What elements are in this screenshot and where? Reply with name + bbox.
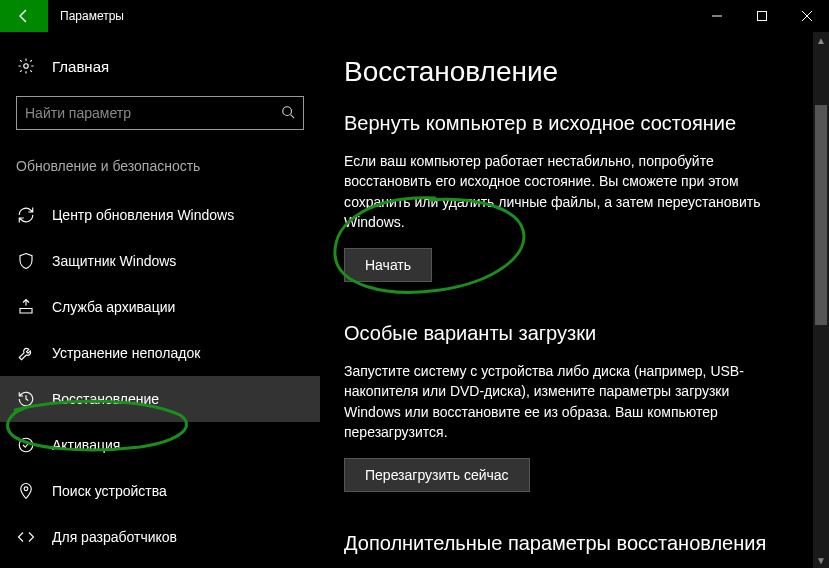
- sidebar-item-backup[interactable]: Служба архивации: [0, 284, 320, 330]
- section-title: Дополнительные параметры восстановления: [344, 532, 789, 555]
- search-input[interactable]: [25, 105, 281, 121]
- start-reset-button[interactable]: Начать: [344, 248, 432, 282]
- svg-point-6: [24, 487, 28, 491]
- backup-icon: [16, 297, 36, 317]
- shield-icon: [16, 251, 36, 271]
- back-button[interactable]: [0, 0, 48, 32]
- location-icon: [16, 481, 36, 501]
- sidebar-item-label: Для разработчиков: [52, 529, 177, 545]
- sidebar-item-label: Защитник Windows: [52, 253, 176, 269]
- home-button[interactable]: Главная: [16, 48, 320, 96]
- home-label: Главная: [52, 58, 109, 75]
- search-icon: [281, 105, 295, 122]
- scrollbar[interactable]: ▲ ▼: [813, 32, 829, 568]
- section-desc: Если ваш компьютер работает нестабильно,…: [344, 151, 784, 232]
- svg-rect-1: [757, 12, 766, 21]
- sync-icon: [16, 205, 36, 225]
- sidebar-item-label: Центр обновления Windows: [52, 207, 234, 223]
- sidebar-item-label: Активация: [52, 437, 120, 453]
- section-title: Особые варианты загрузки: [344, 322, 789, 345]
- sidebar-item-developers[interactable]: Для разработчиков: [0, 514, 320, 560]
- page-title: Восстановление: [344, 56, 789, 88]
- wrench-icon: [16, 343, 36, 363]
- minimize-button[interactable]: [694, 0, 739, 32]
- close-button[interactable]: [784, 0, 829, 32]
- main-panel: Восстановление Вернуть компьютер в исход…: [320, 32, 829, 568]
- search-box[interactable]: [16, 96, 304, 130]
- sidebar: Главная Обновление и безопасность Центр …: [0, 32, 320, 568]
- section-more-recovery: Дополнительные параметры восстановления: [344, 532, 789, 555]
- scroll-down-icon[interactable]: ▼: [813, 552, 829, 568]
- sidebar-item-label: Восстановление: [52, 391, 159, 407]
- sidebar-item-label: Устранение неполадок: [52, 345, 200, 361]
- sidebar-item-troubleshoot[interactable]: Устранение неполадок: [0, 330, 320, 376]
- code-icon: [16, 527, 36, 547]
- sidebar-item-defender[interactable]: Защитник Windows: [0, 238, 320, 284]
- svg-line-4: [291, 114, 295, 118]
- scroll-thumb[interactable]: [815, 105, 827, 325]
- svg-point-5: [19, 438, 33, 452]
- sidebar-item-find-device[interactable]: Поиск устройства: [0, 468, 320, 514]
- section-reset-pc: Вернуть компьютер в исходное состояние Е…: [344, 112, 789, 282]
- section-title: Вернуть компьютер в исходное состояние: [344, 112, 789, 135]
- category-header: Обновление и безопасность: [16, 158, 320, 174]
- titlebar: Параметры: [0, 0, 829, 32]
- sidebar-item-activation[interactable]: Активация: [0, 422, 320, 468]
- section-advanced-startup: Особые варианты загрузки Запустите систе…: [344, 322, 789, 492]
- check-circle-icon: [16, 435, 36, 455]
- sidebar-item-label: Поиск устройства: [52, 483, 167, 499]
- gear-icon: [16, 56, 36, 76]
- svg-point-2: [24, 64, 29, 69]
- sidebar-item-windows-update[interactable]: Центр обновления Windows: [0, 192, 320, 238]
- section-desc: Запустите систему с устройства либо диск…: [344, 361, 784, 442]
- restart-now-button[interactable]: Перезагрузить сейчас: [344, 458, 530, 492]
- sidebar-item-recovery[interactable]: Восстановление: [0, 376, 320, 422]
- maximize-button[interactable]: [739, 0, 784, 32]
- window-title: Параметры: [48, 9, 124, 23]
- history-icon: [16, 389, 36, 409]
- scroll-up-icon[interactable]: ▲: [813, 32, 829, 48]
- sidebar-item-label: Служба архивации: [52, 299, 175, 315]
- svg-point-3: [283, 106, 292, 115]
